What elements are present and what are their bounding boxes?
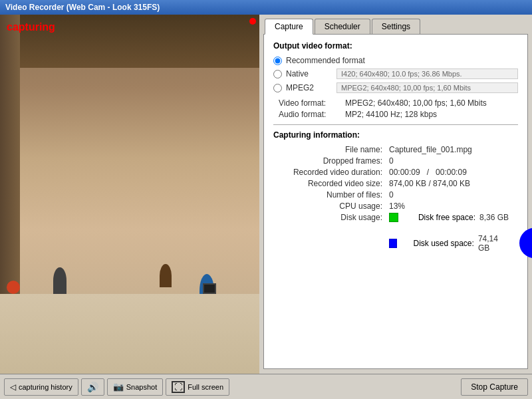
fullscreen-label: Full screen	[188, 383, 223, 391]
dropped-value: 0	[389, 156, 532, 166]
disk-section: Disk free space: 8,36 GB Disk used space…	[389, 213, 532, 264]
tab-bar: Capture Scheduler Settings	[259, 15, 532, 34]
native-value: I420; 640x480; 10.0 fps; 36.86 Mbps.	[336, 68, 518, 79]
video-feed	[0, 15, 259, 374]
recommended-radio[interactable]	[273, 57, 282, 65]
mpeg2-radio[interactable]	[273, 84, 282, 92]
disk-used-icon	[389, 239, 397, 248]
cpu-value: 13%	[389, 201, 532, 211]
recorded-size-value: 874,00 KB / 874,00 KB	[389, 179, 532, 188]
cpu-label: CPU usage:	[273, 201, 386, 211]
native-radio[interactable]	[273, 70, 282, 78]
rec-indicator	[249, 18, 256, 25]
disk-pie-chart	[519, 225, 532, 261]
capturing-info-grid: File name: Captured_file_001.mpg Dropped…	[273, 145, 518, 264]
video-panel: capturing	[0, 15, 259, 374]
bottom-bar: ◁ capturing history 🔊 📷 Snapshot ⛶ Full …	[0, 374, 532, 399]
format-radio-group: Recommended format Native I420; 640x480;…	[273, 56, 518, 93]
capturing-label: capturing	[7, 21, 55, 33]
snapshot-button[interactable]: 📷 Snapshot	[107, 378, 163, 396]
history-label: capturing history	[19, 383, 72, 391]
video-format-value: MPEG2; 640x480; 10,00 fps; 1,60 Mbits	[345, 98, 487, 108]
capturing-info-title: Capturing information:	[273, 130, 518, 140]
fullscreen-icon: ⛶	[172, 381, 185, 393]
disk-used-label: Disk used space:	[401, 239, 474, 248]
recorded-duration-label: Recorded video duration:	[273, 168, 386, 177]
output-format-title: Output video format:	[273, 41, 518, 51]
mpeg2-value: MPEG2; 640x480; 10,00 fps; 1,60 Mbits	[336, 82, 518, 93]
capture-tab-content: Output video format: Recommended format …	[263, 34, 528, 369]
right-panel: Capture Scheduler Settings Output video …	[259, 15, 532, 374]
stop-label: Stop Capture	[471, 382, 518, 392]
native-format-option[interactable]: Native I420; 640x480; 10.0 fps; 36.86 Mb…	[273, 68, 518, 79]
disk-used-value: 74,14 GB	[478, 234, 506, 253]
recorded-size-label: Recorded video size:	[273, 179, 386, 188]
svg-point-0	[519, 228, 532, 258]
recommended-format-option[interactable]: Recommended format	[273, 56, 518, 65]
video-format-label: Video format:	[279, 98, 345, 108]
history-icon: ◁	[10, 382, 16, 392]
num-files-value: 0	[389, 190, 532, 200]
native-label: Native	[286, 69, 332, 78]
tab-capture[interactable]: Capture	[265, 19, 313, 35]
window-title: Video Recorder (Web Cam - Look 315FS)	[5, 3, 160, 12]
audio-format-value: MP2; 44100 Hz; 128 kbps	[345, 110, 437, 119]
format-info: Video format: MPEG2; 640x480; 10,00 fps;…	[279, 98, 518, 119]
disk-label: Disk usage:	[273, 213, 386, 264]
recorded-duration-value: 00:00:09 / 00:00:09	[389, 168, 532, 177]
disk-free-label: Disk free space:	[402, 213, 475, 222]
history-button[interactable]: ◁ capturing history	[4, 378, 78, 396]
recommended-label: Recommended format	[286, 56, 365, 65]
dropped-label: Dropped frames:	[273, 156, 386, 166]
mpeg2-label: MPEG2	[286, 83, 332, 92]
audio-format-label: Audio format:	[279, 110, 345, 119]
volume-button[interactable]: 🔊	[81, 378, 104, 396]
tab-settings[interactable]: Settings	[372, 19, 420, 34]
disk-used-row: Disk used space: 74,14 GB	[389, 225, 532, 261]
tab-scheduler[interactable]: Scheduler	[315, 19, 370, 34]
disk-free-row: Disk free space: 8,36 GB	[389, 213, 532, 222]
disk-free-value: 8,36 GB	[479, 213, 509, 222]
disk-free-icon	[389, 213, 398, 222]
num-files-label: Number of files:	[273, 190, 386, 200]
filename-label: File name:	[273, 145, 386, 154]
speaker-icon: 🔊	[87, 382, 98, 392]
stop-capture-button[interactable]: Stop Capture	[461, 378, 528, 396]
camera-icon: 📷	[113, 382, 124, 392]
snapshot-label: Snapshot	[126, 383, 157, 391]
mpeg2-format-option[interactable]: MPEG2 MPEG2; 640x480; 10,00 fps; 1,60 Mb…	[273, 82, 518, 93]
fullscreen-button[interactable]: ⛶ Full screen	[166, 378, 229, 396]
filename-value: Captured_file_001.mpg	[389, 145, 532, 154]
